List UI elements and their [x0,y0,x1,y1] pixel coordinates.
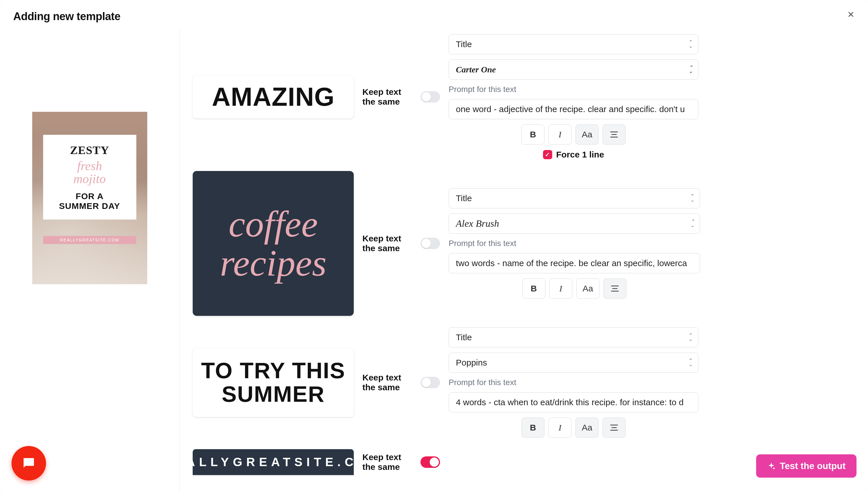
chevron-updown-icon: ⌃⌄ [690,195,695,202]
preview-line-4: FOR A [49,191,131,201]
field-inputs: Title ⌃⌄ Carter One ⌃⌄ Prompt for this t… [449,34,698,159]
align-center-icon [610,131,618,138]
case-button[interactable]: Aa [576,418,599,438]
case-button[interactable]: Aa [576,124,599,145]
align-center-icon [610,424,618,431]
keep-text-label: Keep text the same [362,87,417,107]
test-output-label: Test the output [780,461,846,471]
preview-line-2: fresh [49,158,131,173]
keep-text-control: Keep text the same [362,233,440,253]
field-thumbnail: coffee recipes [193,171,354,316]
modal-title: Adding new template [13,10,120,23]
keep-text-control: Keep text the same [362,452,440,472]
preview-line-3: mojito [49,172,131,186]
keep-text-label: Keep text the same [362,452,417,472]
font-select-value: Poppins [456,358,487,368]
chevron-updown-icon: ⌃⌄ [690,220,695,227]
bold-button[interactable]: B [521,124,544,145]
role-select-value: Title [456,333,472,342]
prompt-input[interactable]: 4 words - cta when to eat/drink this rec… [449,392,698,412]
sparkle-icon [767,462,776,470]
template-preview: ZESTY fresh mojito FOR A SUMMER DAY REAL… [32,112,147,284]
prompt-input-value: 4 words - cta when to eat/drink this rec… [456,397,684,407]
test-output-button[interactable]: Test the output [756,454,857,477]
prompt-input-value: two words - name of the recipe. be clear… [456,259,687,268]
text-format-toolbar: B I Aa [449,278,700,299]
field-row: REALLYGREATSITE.COM Keep text the same [193,443,698,481]
preview-line-1: ZESTY [49,143,131,157]
prompt-input[interactable]: two words - name of the recipe. be clear… [449,253,700,273]
chevron-updown-icon: ⌃⌄ [688,334,693,341]
field-thumbnail: AMAZING [193,75,354,118]
field-inputs: Title ⌃⌄ Poppins ⌃⌄ Prompt for this text… [449,327,698,438]
keep-text-toggle[interactable] [421,457,440,468]
preview-textbox: ZESTY fresh mojito FOR A SUMMER DAY [43,135,136,220]
align-center-icon [611,286,619,292]
role-select[interactable]: Title ⌃⌄ [449,34,698,54]
prompt-label: Prompt for this text [449,85,698,94]
close-icon[interactable]: ✕ [845,9,857,20]
chat-icon [21,456,37,471]
force-one-line-control: ✓ Force 1 line [449,150,698,159]
align-button[interactable] [603,418,626,438]
field-row: TO TRY THIS SUMMER Keep text the same Ti… [193,322,698,443]
prompt-label: Prompt for this text [449,378,698,387]
keep-text-toggle[interactable] [421,377,440,388]
role-select-value: Title [456,193,472,203]
italic-button[interactable]: I [548,418,571,438]
role-select[interactable]: Title ⌃⌄ [449,188,700,208]
chevron-updown-icon: ⌃⌄ [688,359,693,366]
font-select[interactable]: Poppins ⌃⌄ [449,353,698,373]
role-select-value: Title [456,40,472,49]
keep-text-toggle[interactable] [421,91,440,103]
preview-line-5: SUMMER DAY [49,201,131,211]
preview-linkbar: REALLYGREATSITE.COM [43,236,136,244]
text-format-toolbar: B I Aa [449,418,698,438]
field-thumbnail: TO TRY THIS SUMMER [193,348,354,417]
keep-text-label: Keep text the same [362,373,417,393]
align-button[interactable] [603,278,627,299]
chat-button[interactable] [11,446,46,481]
keep-text-control: Keep text the same [362,373,440,393]
align-button[interactable] [603,124,626,145]
prompt-label: Prompt for this text [449,239,700,248]
font-select[interactable]: Alex Brush ⌃⌄ [449,214,700,233]
chevron-updown-icon: ⌃⌄ [688,66,693,73]
force-one-line-label: Force 1 line [556,150,604,159]
italic-button[interactable]: I [548,124,571,145]
prompt-input-value: one word - adjective of the recipe. clea… [456,104,685,114]
text-format-toolbar: B I Aa [449,124,698,145]
font-select-value: Alex Brush [456,218,499,229]
keep-text-label: Keep text the same [362,233,417,253]
keep-text-control: Keep text the same [362,87,440,107]
field-row: coffee recipes Keep text the same Title … [193,165,698,322]
font-select[interactable]: Carter One ⌃⌄ [449,59,698,80]
bold-button[interactable]: B [522,278,545,299]
force-one-line-checkbox[interactable]: ✓ [543,150,552,159]
bold-button[interactable]: B [521,418,544,438]
field-row: AMAZING Keep text the same Title ⌃⌄ Cart… [193,28,698,165]
field-inputs: Title ⌃⌄ Alex Brush ⌃⌄ Prompt for this t… [449,188,700,299]
role-select[interactable]: Title ⌃⌄ [449,327,698,347]
font-select-value: Carter One [456,65,496,74]
template-modal: Adding new template ✕ ZESTY fresh mojito… [0,0,868,492]
italic-button[interactable]: I [549,278,572,299]
case-button[interactable]: Aa [577,278,600,299]
field-thumbnail: REALLYGREATSITE.COM [193,449,354,475]
preview-column: ZESTY fresh mojito FOR A SUMMER DAY REAL… [0,28,180,492]
chevron-updown-icon: ⌃⌄ [688,41,693,48]
keep-text-toggle[interactable] [421,238,440,249]
modal-body: ZESTY fresh mojito FOR A SUMMER DAY REAL… [0,28,868,492]
prompt-input[interactable]: one word - adjective of the recipe. clea… [449,99,698,119]
modal-header: Adding new template [0,0,868,28]
fields-column[interactable]: AMAZING Keep text the same Title ⌃⌄ Cart… [180,28,868,492]
